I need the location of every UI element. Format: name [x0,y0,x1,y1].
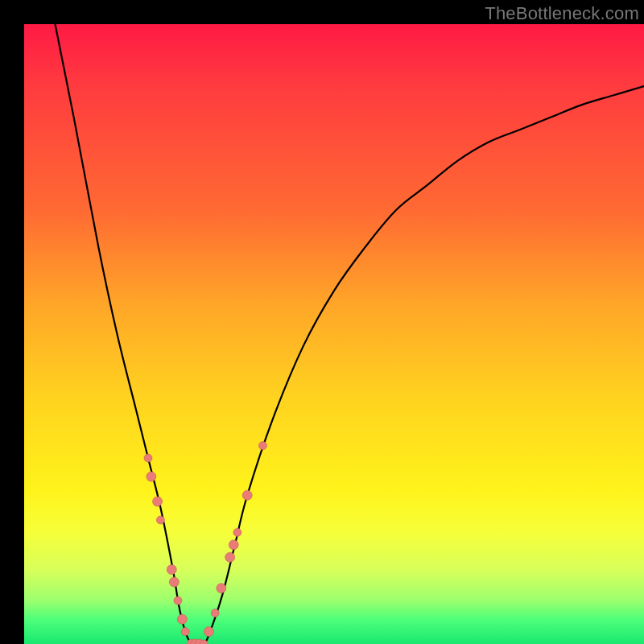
curve-marker [229,540,238,550]
curve-marker [174,597,182,605]
curve-marker [156,516,164,524]
curve-marker [167,565,176,575]
curve-markers [144,442,266,644]
curve-marker [181,628,189,636]
plot-area [24,24,644,644]
curve-marker [233,528,242,536]
curve-marker [144,454,152,462]
curve-marker [211,609,219,617]
bottleneck-curve [56,24,645,644]
curve-marker [153,497,163,506]
curve-marker [217,584,226,593]
curve-marker [147,472,156,481]
watermark-text: TheBottleneck.com [485,3,639,24]
chart-frame: TheBottleneck.com [0,0,644,644]
curve-marker [177,614,187,624]
curve-marker [242,490,252,500]
curve-marker [258,442,266,450]
curve-marker [169,577,179,587]
curve-marker [225,552,235,562]
chart-overlay [24,24,644,644]
curve-marker [204,627,213,637]
